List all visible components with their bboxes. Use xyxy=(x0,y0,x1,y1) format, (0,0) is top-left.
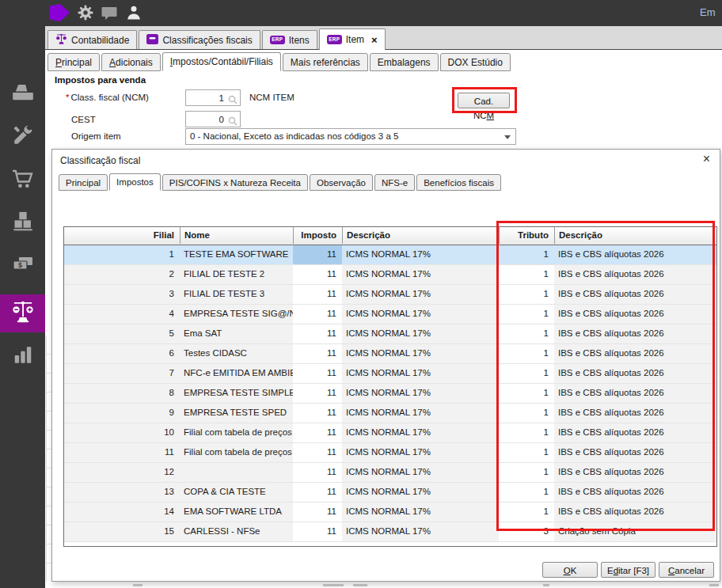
subtab-mais-referencias[interactable]: Mais referências xyxy=(283,53,368,71)
close-icon[interactable]: × xyxy=(371,34,378,46)
table-cell: Filial com tabela de preços definida xyxy=(180,423,293,442)
editar-button[interactable]: Editar [F3] xyxy=(601,562,656,578)
brand-logo-icon[interactable] xyxy=(50,4,70,25)
cancelar-button[interactable]: Cancelar xyxy=(659,562,714,578)
tab-itens[interactable]: ERP Itens xyxy=(262,30,317,49)
sidebar-item-financial[interactable]: $ xyxy=(0,254,45,276)
table-cell: IBS e CBS alíquotas 2026 xyxy=(554,285,716,304)
sidebar-item-stock[interactable] xyxy=(0,211,45,234)
table-cell: IBS e CBS alíquotas 2026 xyxy=(554,384,716,403)
cad-ncm-button[interactable]: Cad. NCM xyxy=(458,93,510,108)
table-row[interactable]: 5Ema SAT11ICMS NORMAL 17%1IBS e CBS alíq… xyxy=(64,324,716,344)
table-cell: NFC-e EMITIDA EM AMBIENTE DE TE... xyxy=(180,364,293,383)
table-row[interactable]: 9EMPRESA TESTE SPED11ICMS NORMAL 17%1IBS… xyxy=(64,404,716,423)
column-header-descricao[interactable]: Descrição xyxy=(342,227,499,244)
table-cell: IBS e CBS alíquotas 2026 xyxy=(554,443,716,462)
ncm-description: NCM ITEM xyxy=(249,93,294,102)
sidebar: $ xyxy=(0,26,45,588)
dialog-tab-nfse[interactable]: NFS-e xyxy=(374,174,415,191)
subtab-principal[interactable]: Principal xyxy=(48,53,100,71)
item-subtabs: Principal Adicionais Impostos/Contábil/F… xyxy=(45,50,512,71)
table-row[interactable]: 14EMA SOFTWARE LTDA11ICMS NORMAL 17%1IBS… xyxy=(64,503,716,522)
table-row[interactable]: 1TESTE EMA SOFTWARE11ICMS NORMAL 17%1IBS… xyxy=(64,245,716,265)
table-row[interactable]: 1211ICMS NORMAL 17%1IBS e CBS alíquotas … xyxy=(64,463,716,483)
classificacao-fiscal-dialog: Classificação fiscal × Principal Imposto… xyxy=(51,149,720,582)
table-cell: 11 xyxy=(293,285,342,304)
svg-text:$: $ xyxy=(17,261,21,269)
table-row[interactable]: 6Testes CIDASC11ICMS NORMAL 17%1IBS e CB… xyxy=(64,344,716,364)
dialog-tab-beneficios[interactable]: Benefícios fiscais xyxy=(416,174,501,191)
column-header-imposto[interactable]: Imposto xyxy=(293,227,342,244)
dialog-tab-observacao[interactable]: Observação xyxy=(310,174,373,191)
table-cell: 1 xyxy=(499,483,554,502)
table-header: Filial Nome Imposto Descrição Tributo De… xyxy=(64,227,716,245)
subtab-impostos-contabil-filiais[interactable]: Impostos/Contábil/Filiais xyxy=(162,52,281,71)
gear-icon[interactable] xyxy=(78,5,93,24)
dialog-tab-pis-cofins[interactable]: PIS/COFINS x Natureza Receita xyxy=(162,174,308,191)
column-header-filial[interactable]: Filial xyxy=(64,227,180,244)
table-cell xyxy=(180,463,293,482)
table-cell: 1 xyxy=(499,404,554,423)
table-row[interactable]: 15CARLESSI - NFSe11ICMS NORMAL 17%3Criaç… xyxy=(64,522,716,542)
column-header-tributo[interactable]: Tributo xyxy=(499,227,554,244)
user-icon[interactable] xyxy=(126,5,142,24)
subtab-adicionais[interactable]: Adicionais xyxy=(101,53,161,71)
tools-icon xyxy=(12,124,34,150)
scales-icon xyxy=(55,33,67,47)
table-cell: 1 xyxy=(499,305,554,324)
sidebar-item-cash-register[interactable] xyxy=(0,82,45,105)
table-cell: IBS e CBS alíquotas 2026 xyxy=(554,265,716,284)
fiscal-scales-icon xyxy=(11,300,35,327)
table-cell: EMPRESA TESTE SIG@/NFC-E xyxy=(180,305,293,324)
table-row[interactable]: 4EMPRESA TESTE SIG@/NFC-E11ICMS NORMAL 1… xyxy=(64,305,716,324)
tab-label: Classificações fiscais xyxy=(162,35,252,46)
table-cell: 5 xyxy=(64,324,180,343)
tab-label: Item xyxy=(346,34,364,45)
table-cell: ICMS NORMAL 17% xyxy=(342,305,499,324)
subtab-embalagens[interactable]: Embalagens xyxy=(370,53,439,71)
table-row[interactable]: 13COPA & CIA TESTE11ICMS NORMAL 17%1IBS … xyxy=(64,483,716,503)
table-cell: 1 xyxy=(499,245,554,264)
sidebar-item-fiscal[interactable] xyxy=(0,294,45,332)
sidebar-item-tools[interactable] xyxy=(0,125,45,149)
chevron-down-icon xyxy=(504,135,511,139)
table-row[interactable]: 8EMPRESA TESTE SIMPLES NACIONAL11ICMS NO… xyxy=(64,384,716,404)
sidebar-item-reports[interactable] xyxy=(0,344,45,368)
table-cell: EMPRESA TESTE SIMPLES NACIONAL xyxy=(180,384,293,403)
bar-chart-icon xyxy=(13,344,33,368)
table-cell: 4 xyxy=(64,305,180,324)
close-icon[interactable]: × xyxy=(703,153,710,165)
tab-contabilidade[interactable]: Contabilidade xyxy=(48,30,137,49)
sidebar-item-sales-cart[interactable] xyxy=(0,169,45,192)
column-header-descricao-tributo[interactable]: Descrição xyxy=(554,227,716,244)
table-row[interactable]: 10Filial com tabela de preços definida11… xyxy=(64,423,716,443)
search-icon[interactable] xyxy=(228,115,238,124)
table-cell: Testes CIDASC xyxy=(180,344,293,363)
erp-badge-icon: ERP xyxy=(327,35,342,44)
dialog-tab-principal[interactable]: Principal xyxy=(59,174,108,191)
app-window: Em $ xyxy=(0,0,722,588)
table-row[interactable]: 7NFC-e EMITIDA EM AMBIENTE DE TE...11ICM… xyxy=(64,364,716,384)
filiais-impostos-table: Filial Nome Imposto Descrição Tributo De… xyxy=(63,226,717,547)
table-cell: IBS e CBS alíquotas 2026 xyxy=(554,344,716,363)
required-marker: * xyxy=(66,93,69,102)
column-header-nome[interactable]: Nome xyxy=(180,227,293,244)
table-cell: 1 xyxy=(499,344,554,363)
table-row[interactable]: 3FILIAL DE TESTE 311ICMS NORMAL 17%1IBS … xyxy=(64,285,716,305)
shopping-cart-icon xyxy=(11,169,35,192)
dialog-tab-impostos[interactable]: Impostos xyxy=(109,173,161,191)
table-row[interactable]: 2FILIAL DE TESTE 211ICMS NORMAL 17%1IBS … xyxy=(64,265,716,285)
origem-select[interactable]: 0 - Nacional, Exceto as indicadas nos có… xyxy=(185,128,516,145)
table-cell: ICMS NORMAL 17% xyxy=(342,423,499,442)
table-row[interactable]: 11Filial com tabela de preços (20) de...… xyxy=(64,443,716,463)
table-cell: IBS e CBS alíquotas 2026 xyxy=(554,483,716,502)
chat-icon[interactable] xyxy=(101,6,117,24)
table-cell: TESTE EMA SOFTWARE xyxy=(180,245,293,264)
search-icon[interactable] xyxy=(228,93,238,103)
tab-item[interactable]: ERP Item × xyxy=(319,28,386,50)
table-cell: 6 xyxy=(64,344,180,363)
subtab-dox-estudio[interactable]: DOX Estúdio xyxy=(440,53,511,71)
table-cell: 9 xyxy=(64,404,180,423)
tab-classificacoes-fiscais[interactable]: Classificações fiscais xyxy=(139,30,260,49)
ok-button[interactable]: OK xyxy=(542,562,598,578)
